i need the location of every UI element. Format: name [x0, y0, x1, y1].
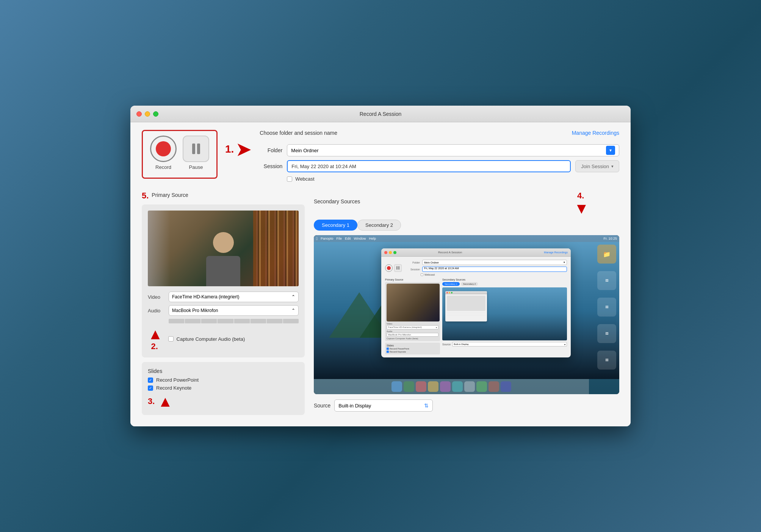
secondary-source-title: Secondary Sources — [314, 198, 360, 204]
nn-row2 — [447, 314, 485, 316]
desktop-icon-1: 📁 — [597, 245, 616, 264]
apple-menu:  — [316, 236, 318, 241]
level-seg-4 — [218, 319, 233, 323]
video-select-row: Video FaceTime HD-Kamera (integriert) ⌃ — [148, 292, 299, 302]
nnt-max — [451, 292, 453, 293]
keynote-checkbox[interactable]: ✓ — [148, 385, 153, 391]
minimize-button[interactable] — [145, 111, 150, 117]
level-seg-7 — [267, 319, 282, 323]
camera-preview — [148, 211, 299, 286]
dock-icon-6 — [452, 381, 463, 392]
desktop-icon-2: 🖼 — [597, 271, 616, 290]
nested-nested-content — [445, 294, 487, 317]
capture-audio-checkbox[interactable] — [168, 336, 174, 342]
nested-webcast-label: Webcast — [424, 273, 435, 276]
video-select[interactable]: FaceTime HD-Kamera (integriert) ⌃ — [169, 292, 299, 302]
choose-label: Choose folder and session name — [260, 130, 337, 136]
dock-icon-9 — [489, 381, 499, 392]
form-section: Choose folder and session name Manage Re… — [260, 130, 619, 182]
nested-minimize — [389, 251, 392, 254]
folder-select[interactable]: Mein Ordner ▾ — [287, 144, 619, 156]
nested-video-row: Video FaceTime HD-Kamera (integriert) ▾ — [387, 323, 438, 329]
nested-video-select: FaceTime HD-Kamera (integriert) ▾ — [387, 325, 438, 329]
nested-primary-label: Primary Source — [385, 278, 440, 281]
nested-screen-preview — [442, 287, 567, 340]
manage-recordings-link[interactable]: Manage Recordings — [572, 130, 619, 136]
nested-close — [384, 251, 387, 254]
level-seg-8 — [283, 319, 299, 323]
sources-wrapper: 5. Primary Source — [142, 191, 619, 415]
join-session-label: Join Session — [581, 164, 609, 169]
nested-nested-window — [445, 291, 487, 321]
nested-session-input: Fri, May 22 2020 at 10:24 AM — [422, 267, 567, 272]
webcast-checkbox[interactable] — [287, 176, 292, 182]
nested-camera-preview — [387, 284, 440, 321]
audio-select-row: Audio MacBook Pro Mikrofon ⌃ — [148, 305, 299, 316]
person-head — [213, 232, 234, 253]
nested-pause-bar-1 — [396, 266, 398, 270]
close-button[interactable] — [136, 111, 142, 117]
session-input[interactable] — [287, 160, 571, 172]
nested-webcast-checkbox — [421, 273, 423, 276]
audio-level-bar — [169, 319, 299, 323]
bookshelf-bg — [253, 211, 299, 286]
header-row: Choose folder and session name Manage Re… — [260, 130, 619, 140]
join-session-chevron: ▾ — [611, 164, 614, 169]
screen-inner:  Panopto File Edit Window Help Fr. 10:2… — [314, 235, 619, 394]
primary-source-box: Video FaceTime HD-Kamera (integriert) ⌃ … — [142, 204, 305, 357]
capture-audio-label: Capture Computer Audio (beta) — [177, 336, 245, 342]
source-select-row: Source Built-in Display ⇅ — [314, 399, 619, 412]
level-seg-1 — [169, 319, 184, 323]
annotation-arrow-1: 1. ➤ — [225, 139, 252, 159]
source-select[interactable]: Built-in Display ⇅ — [334, 399, 433, 412]
nested-keynote-row: ✓ Record Keynote — [387, 351, 438, 353]
record-label: Record — [155, 164, 171, 170]
webcast-label: Webcast — [295, 176, 314, 182]
video-select-chevron: ⌃ — [291, 294, 295, 300]
nested-video-label: Video — [387, 323, 392, 325]
join-session-button[interactable]: Join Session ▾ — [575, 160, 619, 172]
nested-video-chevron: ▾ — [436, 326, 437, 329]
nested-source-chevron: ▾ — [564, 343, 565, 346]
source-select-value: Built-in Display — [338, 403, 371, 409]
titlebar: Record A Session — [130, 106, 631, 122]
secondary-tab-2[interactable]: Secondary 2 — [357, 220, 401, 231]
level-seg-5 — [234, 319, 250, 323]
traffic-lights — [136, 111, 158, 117]
desktop-icon-5: 🖼 — [597, 351, 616, 370]
person-figure — [206, 232, 240, 286]
pause-bar-1 — [192, 144, 195, 154]
nested-pause-bar-2 — [398, 266, 399, 270]
nested-keynote-checkbox: ✓ — [387, 351, 389, 353]
screen-dock — [314, 379, 589, 394]
nested-webcast-row: Webcast — [421, 273, 567, 276]
folder-row: Folder Mein Ordner ▾ — [260, 144, 619, 156]
nested-folder-label: Folder — [405, 261, 420, 264]
source-select-arrows: ⇅ — [424, 403, 429, 409]
nested-audio-select: MacBook Pro Mikrofon — [387, 333, 438, 337]
nested-desktop-bg — [442, 287, 567, 340]
file-menu: File — [337, 237, 342, 240]
dock-icon-7 — [464, 381, 475, 392]
folder-dropdown-btn[interactable]: ▾ — [606, 146, 615, 155]
nested-content: Folder Mein Ordner ▾ Session — [381, 257, 571, 357]
nested-pp-checkbox: ✓ — [387, 348, 389, 350]
nested-capture-row: Capture Computer Audio (beta) — [387, 337, 438, 340]
dock-icon-10 — [501, 381, 511, 392]
secondary-tab-1[interactable]: Secondary 1 — [314, 220, 357, 231]
nested-window-title: Record A Session — [438, 251, 462, 254]
video-select-value: FaceTime HD-Kamera (integriert) — [172, 294, 240, 300]
nested-source-value: Built-in Display — [454, 343, 469, 345]
pause-button[interactable] — [183, 136, 209, 162]
nested-record-dot — [387, 266, 391, 270]
record-button[interactable] — [150, 136, 177, 162]
source-label: Source — [314, 403, 330, 409]
powerpoint-checkbox[interactable]: ✓ — [148, 378, 153, 383]
screen-menubar:  Panopto File Edit Window Help Fr. 10:2… — [314, 235, 619, 242]
nested-secondary-label: Secondary Sources — [442, 278, 567, 281]
window-menu: Window — [354, 237, 366, 240]
maximize-button[interactable] — [153, 111, 158, 117]
audio-label: Audio — [148, 308, 165, 314]
dock-icon-1 — [391, 381, 402, 392]
audio-select[interactable]: MacBook Pro Mikrofon ⌃ — [169, 305, 299, 316]
